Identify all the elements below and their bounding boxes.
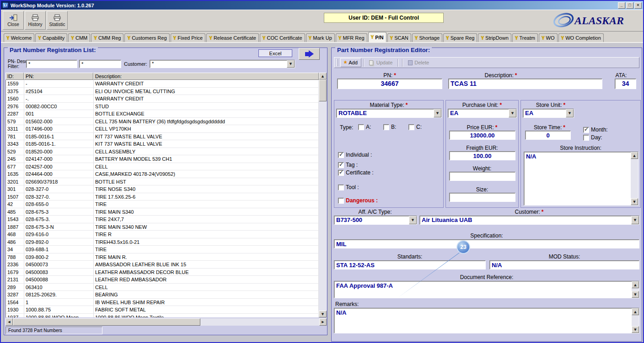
table-row[interactable]: 301028-327-0TIRE NOSE S340 — [6, 185, 319, 193]
tab-shortage[interactable]: YShortage — [412, 33, 442, 42]
tab-coc-certificate[interactable]: YCOC Certificate — [260, 33, 305, 42]
day-checkbox[interactable]: Day: — [583, 134, 602, 141]
pn-field[interactable]: 34667 — [337, 79, 442, 89]
scroll-left-icon[interactable] — [5, 318, 13, 326]
tab-spare-reg[interactable]: YSpare Reg — [443, 33, 477, 42]
table-row[interactable]: 2287001BOTTLE EXCHANGE — [6, 110, 319, 118]
scroll-down-icon[interactable] — [632, 291, 639, 298]
table-row[interactable]: 1635024464-000CASE,MARKED 40178-24(V0905… — [6, 170, 319, 178]
tab-stripdown[interactable]: YStripDown — [478, 33, 511, 42]
dangerous-checkbox[interactable]: Dangerous : — [338, 197, 378, 204]
table-row[interactable]: 213104500088LEATHER RED AMBASSADOR — [6, 276, 319, 284]
table-row[interactable]: 788039-800-2TIRE MAIN R. — [6, 253, 319, 261]
table-row[interactable]: 485028-675-3TIRE MAIN S340 — [6, 208, 319, 216]
individual-checkbox[interactable]: Individual : — [338, 152, 372, 158]
price-field[interactable]: 13000.00 — [449, 131, 515, 140]
tab-p-n[interactable]: YP/N — [368, 32, 386, 42]
table-row[interactable]: 3311017496-000CELL VP170KH — [6, 125, 319, 133]
vertical-scrollbar[interactable] — [632, 281, 639, 298]
certificate-checkbox[interactable]: Certificate : — [338, 169, 374, 176]
table-row[interactable]: 1507028-327-0.TIRE 17.5X6.25-6 — [6, 193, 319, 201]
type-c-checkbox[interactable]: C: — [408, 124, 422, 130]
table-row[interactable]: 486029-892-0TIREH43.5x16.0-21 — [6, 238, 319, 246]
tab-wo[interactable]: YWO — [539, 33, 558, 42]
vertical-scrollbar[interactable] — [319, 73, 327, 317]
size-field[interactable] — [449, 193, 515, 202]
window-close-button[interactable] — [634, 2, 642, 9]
scroll-up-icon[interactable] — [632, 281, 639, 288]
vertical-scrollbar[interactable] — [632, 308, 639, 333]
purchase-unit-select[interactable]: EA — [448, 109, 517, 118]
table-row[interactable]: 33430185-0016-1.KIT 737 WASTE BALL VALVE — [6, 140, 319, 148]
tab-welcome[interactable]: YWelcome — [4, 33, 34, 42]
tab-mfr-reg[interactable]: YMFR Reg — [336, 33, 367, 42]
table-row[interactable]: 1543028-675-3.TIRE 24X7,7 — [6, 216, 319, 223]
table-row[interactable]: 297600082-00CC0STUD — [6, 103, 319, 111]
scrollbar-track[interactable] — [200, 318, 319, 326]
scrollbar-thumb[interactable] — [319, 79, 327, 101]
type-a-checkbox[interactable]: A: — [358, 124, 371, 130]
minimize-button[interactable] — [618, 2, 625, 9]
scroll-up-icon[interactable] — [632, 308, 639, 315]
chevron-down-icon[interactable] — [409, 216, 417, 224]
table-row[interactable]: 468029-616-0TIRE R — [6, 231, 319, 238]
tab-release-certificate[interactable]: YRelease Certificate — [206, 33, 259, 42]
scrollbar-track[interactable] — [319, 101, 327, 311]
table-row[interactable]: 245024147-000BATTERY MAIN MODEL 539 CH1 — [6, 155, 319, 163]
tab-scan[interactable]: YSCAN — [387, 33, 411, 42]
excel-export-button[interactable]: Excel — [258, 49, 292, 57]
store-instruction-textarea[interactable]: N/A — [524, 152, 639, 206]
table-row[interactable]: 529018520-000CELL ASSEMBLY — [6, 148, 319, 156]
description-filter-input[interactable]: * — [79, 60, 121, 68]
tab-capability[interactable]: YCapability — [35, 33, 67, 42]
table-row[interactable]: 3201026690/37918BOTTLE HST — [6, 178, 319, 186]
chevron-down-icon[interactable] — [509, 109, 516, 117]
horizontal-scrollbar[interactable] — [5, 318, 327, 326]
table-row[interactable]: 19301000.88.75FABRIC SOFT METAL — [6, 306, 319, 314]
chevron-down-icon[interactable] — [434, 109, 441, 117]
customer-select[interactable]: Air Lituanica UAB — [419, 216, 639, 225]
maximize-button[interactable] — [626, 2, 633, 9]
table-row[interactable]: 15641IB WHEEL HUB SHIM REPAIR — [6, 299, 319, 306]
remarks-textarea[interactable]: N/A — [334, 308, 639, 333]
vertical-scrollbar[interactable] — [631, 152, 638, 205]
tool-checkbox[interactable]: Tool : — [338, 184, 359, 190]
tab-mark-up[interactable]: YMark Up — [306, 33, 335, 42]
statistic-button[interactable]: Statistic — [47, 11, 68, 30]
scroll-up-icon[interactable] — [319, 73, 327, 79]
tab-customers-reg[interactable]: YCustomers Reg — [124, 33, 169, 42]
specification-field[interactable]: MIL — [334, 239, 639, 248]
table-row[interactable]: 3375#25104ELI OU INVOICE METAL CUTTING — [6, 88, 319, 95]
scroll-down-icon[interactable] — [631, 198, 638, 205]
type-b-checkbox[interactable]: B: — [383, 124, 396, 130]
tab-cmm[interactable]: YCMM — [68, 33, 90, 42]
tag-checkbox[interactable]: Tag : — [338, 162, 358, 168]
chevron-down-icon[interactable] — [287, 60, 295, 68]
document-reference-textarea[interactable]: FAA Approval 987-A — [334, 281, 639, 298]
scrollbar-thumb[interactable] — [13, 318, 200, 326]
table-row[interactable]: 289063410CELL — [6, 284, 319, 291]
store-time-field[interactable]: 0 — [525, 131, 571, 140]
column-header-pn[interactable]: PN: — [24, 73, 93, 80]
tab-fixed-price[interactable]: YFixed Price — [171, 33, 206, 42]
table-row[interactable]: 167904500083LEATHER AMBASSADOR DECOR BLU… — [6, 269, 319, 276]
customer-filter-select[interactable]: * — [150, 60, 295, 68]
table-row[interactable]: 233604500073AMBASSADOR LEATHER BLUE INK … — [6, 261, 319, 269]
scroll-down-icon[interactable] — [319, 311, 327, 317]
column-header-description[interactable]: Description: — [93, 73, 319, 80]
description-field[interactable]: TCAS 11 — [448, 79, 602, 89]
table-row[interactable]: 42028-655-0TIRE — [6, 201, 319, 208]
scroll-down-icon[interactable] — [632, 326, 639, 333]
table-row[interactable]: 579015602-000CELL 735 MAIN BATTERY (36) … — [6, 118, 319, 126]
month-checkbox[interactable]: Month: — [583, 127, 608, 133]
table-row[interactable]: 677024257-000CELL — [6, 163, 319, 171]
table-row[interactable]: 328708125-20629.BEARING — [6, 291, 319, 299]
pn-filter-input[interactable]: * — [26, 60, 77, 68]
table-row[interactable]: 19371000.88.86 WOO Moon1000.88.86 WOO Mo… — [6, 314, 319, 318]
aff-ac-type-select[interactable]: B737-500 — [334, 216, 417, 225]
table-row[interactable]: 1560-.WARRANTY CREDIT — [6, 95, 319, 103]
table-row[interactable]: 34039-688-1TIRE — [6, 246, 319, 253]
scroll-right-icon[interactable] — [319, 318, 327, 326]
add-button[interactable]: Add — [340, 58, 361, 67]
store-unit-select[interactable]: EA — [523, 109, 574, 118]
